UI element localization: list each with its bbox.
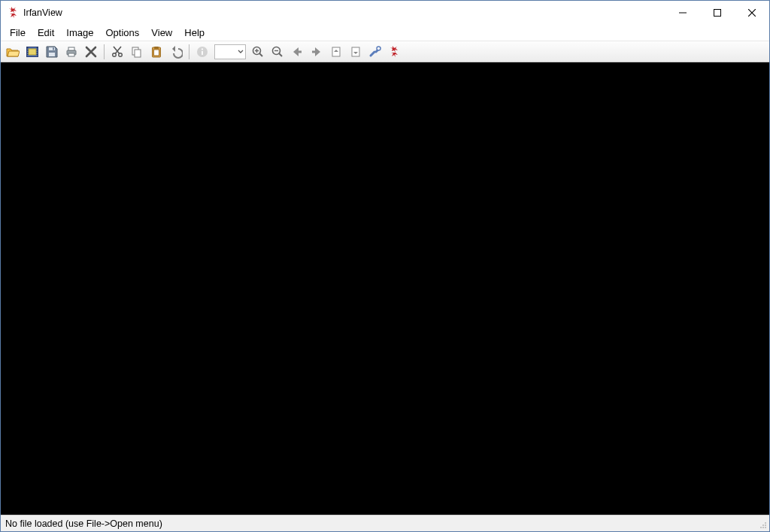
svg-rect-8 — [37, 50, 38, 51]
minimize-button[interactable] — [665, 1, 700, 25]
delete-button[interactable] — [82, 43, 100, 61]
floppy-disk-icon — [45, 45, 59, 59]
svg-rect-30 — [312, 50, 316, 53]
settings-button[interactable] — [366, 43, 384, 61]
prev-file-button[interactable] — [288, 43, 306, 61]
next-file-button[interactable] — [308, 43, 326, 61]
undo-button[interactable] — [167, 43, 185, 61]
menu-help[interactable]: Help — [178, 26, 211, 40]
toolbar — [1, 41, 769, 62]
svg-rect-35 — [762, 527, 764, 528]
zoom-in-button[interactable] — [249, 43, 267, 61]
copy-button[interactable] — [128, 43, 146, 61]
svg-rect-12 — [49, 53, 55, 56]
svg-point-17 — [113, 53, 117, 56]
print-button[interactable] — [62, 43, 80, 61]
next-page-button[interactable] — [347, 43, 365, 61]
open-button[interactable] — [4, 43, 22, 61]
svg-rect-6 — [27, 54, 29, 56]
svg-rect-9 — [37, 52, 38, 53]
svg-rect-0 — [714, 10, 721, 17]
scissors-icon — [111, 45, 124, 59]
svg-rect-7 — [37, 47, 38, 49]
svg-point-18 — [119, 53, 123, 56]
svg-rect-13 — [53, 47, 54, 50]
svg-rect-23 — [154, 50, 159, 56]
printer-icon — [65, 45, 78, 59]
svg-rect-22 — [154, 47, 159, 49]
undo-icon — [169, 45, 183, 59]
svg-rect-36 — [760, 527, 762, 528]
svg-rect-10 — [37, 54, 38, 56]
slideshow-button[interactable] — [23, 43, 41, 61]
clipboard-icon — [150, 45, 163, 59]
status-text: No file loaded (use File->Open menu) — [5, 518, 162, 529]
menu-image[interactable]: Image — [60, 26, 99, 40]
resize-grip-icon[interactable] — [757, 519, 768, 530]
svg-rect-29 — [298, 50, 302, 53]
toolbar-separator — [104, 44, 105, 59]
zoom-combo[interactable] — [214, 44, 246, 59]
svg-rect-20 — [135, 50, 141, 57]
wrench-icon — [368, 45, 382, 59]
chevron-down-icon — [238, 47, 244, 57]
svg-point-33 — [377, 47, 380, 50]
copy-icon — [130, 45, 144, 59]
menu-edit[interactable]: Edit — [32, 26, 60, 40]
svg-rect-34 — [765, 527, 766, 528]
page-down-icon — [349, 45, 362, 59]
cut-button[interactable] — [108, 43, 126, 61]
svg-rect-39 — [765, 522, 766, 524]
statusbar: No file loaded (use File->Open menu) — [1, 515, 769, 531]
arrow-right-icon — [310, 45, 323, 59]
zoom-in-icon — [251, 45, 265, 59]
svg-rect-2 — [29, 49, 36, 55]
menubar: File Edit Image Options View Help — [1, 25, 769, 41]
paste-button[interactable] — [147, 43, 165, 61]
about-button[interactable] — [386, 43, 404, 61]
window-title: IrfanView — [23, 8, 62, 18]
irfanview-cat-icon — [388, 45, 402, 59]
arrow-left-icon — [290, 45, 304, 59]
svg-rect-3 — [27, 47, 29, 49]
page-up-icon — [329, 45, 343, 59]
image-viewer-area[interactable] — [1, 62, 769, 515]
titlebar: IrfanView — [1, 1, 769, 25]
svg-rect-38 — [762, 524, 764, 526]
svg-rect-37 — [765, 524, 766, 526]
delete-x-icon — [84, 45, 98, 59]
menu-options[interactable]: Options — [100, 26, 146, 40]
prev-page-button[interactable] — [327, 43, 345, 61]
svg-rect-16 — [68, 53, 74, 56]
svg-rect-26 — [202, 48, 203, 50]
menu-file[interactable]: File — [4, 26, 32, 40]
svg-rect-5 — [27, 52, 29, 53]
info-icon — [196, 45, 209, 59]
zoom-out-icon — [271, 45, 284, 59]
filmstrip-icon — [26, 45, 39, 59]
toolbar-separator — [189, 44, 189, 59]
svg-rect-15 — [68, 47, 74, 50]
svg-rect-25 — [202, 51, 203, 55]
zoom-out-button[interactable] — [268, 43, 286, 61]
info-button[interactable] — [193, 43, 211, 61]
save-button[interactable] — [43, 43, 61, 61]
svg-rect-4 — [27, 50, 29, 51]
maximize-button[interactable] — [700, 1, 735, 25]
menu-view[interactable]: View — [145, 26, 178, 40]
folder-open-icon — [6, 45, 20, 59]
close-button[interactable] — [735, 1, 769, 25]
app-icon — [7, 7, 19, 19]
